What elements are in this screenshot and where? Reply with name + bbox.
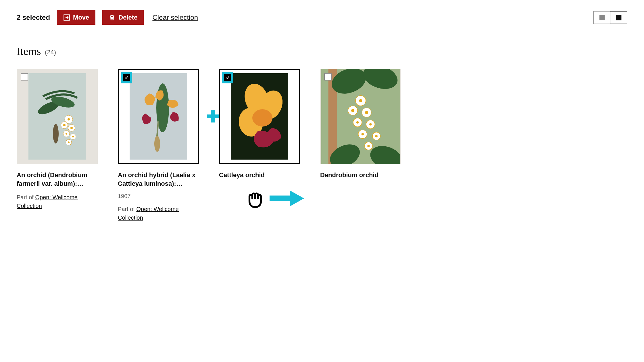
svg-point-17 [68, 118, 70, 120]
delete-button-label: Delete [118, 14, 137, 21]
item-thumbnail[interactable] [118, 69, 199, 164]
check-icon [225, 75, 230, 80]
list-view-button[interactable] [593, 11, 611, 24]
item-image [125, 73, 191, 160]
svg-point-47 [351, 109, 354, 112]
grid-view-button[interactable] [610, 11, 627, 24]
item-title: Dendrobium orchid [320, 171, 401, 179]
items-grid: An orchid (Dendrobium farmerii var. albu… [17, 69, 627, 222]
item-thumbnail[interactable] [17, 69, 98, 164]
item-image [28, 73, 86, 160]
delete-button[interactable]: Delete [102, 10, 144, 25]
item-title: Cattleya orchid [219, 171, 300, 179]
svg-point-26 [154, 136, 160, 152]
svg-point-53 [367, 145, 370, 147]
item-partof: Part of Open: Wellcome Collection [17, 193, 98, 210]
svg-point-48 [365, 111, 368, 114]
svg-point-31 [252, 109, 272, 127]
list-icon [599, 14, 605, 21]
items-heading-count: (24) [45, 49, 56, 56]
svg-point-21 [72, 136, 74, 137]
check-icon [124, 75, 129, 80]
move-button-label: Move [73, 14, 89, 21]
svg-point-50 [369, 123, 372, 125]
item-card[interactable]: Dendrobium orchid [320, 69, 401, 222]
svg-point-19 [70, 127, 73, 129]
item-checkbox[interactable] [21, 73, 28, 81]
grab-cursor-icon [244, 187, 267, 210]
svg-point-49 [356, 121, 359, 123]
items-heading-label: Items [17, 45, 41, 57]
item-card[interactable]: An orchid hybrid (Laelia x Cattleya lumi… [118, 69, 199, 222]
svg-point-18 [63, 124, 66, 126]
drag-hint [244, 187, 304, 210]
item-image [231, 73, 288, 160]
svg-point-20 [66, 133, 67, 135]
arrow-right-icon [270, 190, 304, 207]
item-checkbox[interactable] [324, 73, 332, 81]
svg-rect-8 [28, 73, 86, 160]
move-icon [63, 14, 70, 21]
item-title: An orchid (Dendrobium farmerii var. albu… [17, 171, 98, 188]
item-image [321, 69, 400, 164]
selection-toolbar: 2 selected Move Delete Clear selection [17, 10, 627, 25]
item-thumbnail[interactable] [219, 69, 300, 164]
svg-point-52 [375, 135, 378, 137]
move-button[interactable]: Move [57, 10, 95, 25]
item-thumbnail[interactable] [320, 69, 401, 164]
svg-point-51 [362, 133, 364, 135]
grid-icon [616, 14, 622, 21]
view-toggle [593, 11, 628, 24]
trash-icon [109, 14, 116, 21]
item-partof: Part of Open: Wellcome Collection [118, 205, 199, 222]
drop-indicator-icon: ✚ [206, 109, 220, 125]
svg-point-46 [359, 99, 362, 102]
item-year: 1907 [118, 193, 199, 200]
svg-point-23 [53, 124, 59, 143]
item-card[interactable]: An orchid (Dendrobium farmerii var. albu… [17, 69, 98, 222]
item-title: An orchid hybrid (Laelia x Cattleya lumi… [118, 171, 199, 188]
item-checkbox[interactable] [222, 72, 233, 83]
selected-count: 2 selected [17, 14, 50, 22]
clear-selection-link[interactable]: Clear selection [152, 14, 198, 22]
items-heading: Items (24) [17, 45, 627, 58]
item-checkbox[interactable] [121, 72, 132, 83]
svg-point-22 [68, 141, 70, 143]
